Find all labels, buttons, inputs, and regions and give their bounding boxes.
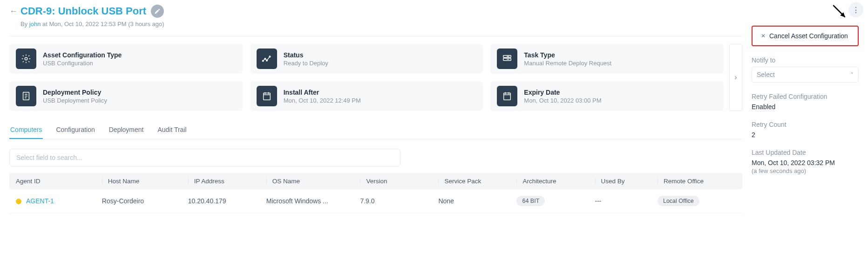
- svg-rect-9: [504, 93, 511, 100]
- card-label: Status: [284, 51, 328, 59]
- close-icon: ✕: [761, 33, 766, 39]
- annotation-arrow: [831, 4, 849, 24]
- card-value: USB Configuration: [43, 60, 122, 67]
- column-header[interactable]: Version: [360, 178, 438, 185]
- column-header[interactable]: IP Address: [188, 178, 266, 185]
- tab-computers[interactable]: Computers: [9, 121, 43, 139]
- column-header[interactable]: Service Pack: [438, 178, 516, 185]
- cal-icon: [257, 86, 277, 106]
- chevron-down-icon: ˅: [851, 72, 854, 78]
- card-value: Mon, Oct 10, 2022 03:00 PM: [524, 97, 601, 104]
- search-input[interactable]: [9, 149, 400, 166]
- used-by: ---: [595, 197, 658, 205]
- table-row: AGENT-1Rosy-Cordeiro10.20.40.179Microsof…: [9, 189, 742, 213]
- doc-icon: [16, 86, 36, 106]
- card-label: Task Type: [524, 51, 611, 59]
- svg-line-10: [834, 6, 845, 17]
- host-name: Rosy-Cordeiro: [102, 197, 188, 205]
- last-updated-label: Last Updated Date: [752, 149, 859, 156]
- pencil-icon: [154, 8, 161, 14]
- summary-card: Deployment PolicyUSB Deployment Policy: [9, 81, 243, 111]
- column-header[interactable]: Host Name: [102, 178, 188, 185]
- agent-id-link[interactable]: AGENT-1: [26, 197, 54, 205]
- author-link[interactable]: john: [29, 21, 41, 28]
- remote-office-chip: Local Office: [658, 196, 699, 206]
- gear-icon: [16, 48, 36, 69]
- graph-icon: [257, 48, 277, 69]
- summary-card: Task TypeManual Remote Deploy Request: [490, 44, 724, 74]
- svg-point-4: [269, 56, 271, 57]
- cal-icon: [497, 86, 517, 106]
- server-icon: [497, 48, 517, 69]
- card-value: Ready to Deploy: [284, 60, 328, 67]
- edit-button[interactable]: [151, 5, 164, 18]
- card-label: Install After: [284, 89, 361, 96]
- retry-count-value: 2: [752, 131, 859, 138]
- card-label: Expiry Date: [524, 89, 601, 96]
- notify-to-select[interactable]: Select ˅: [752, 67, 859, 83]
- byline: By john at Mon, Oct 10, 2022 12:53 PM (3…: [20, 21, 742, 28]
- version: 7.9.0: [360, 197, 438, 205]
- column-header[interactable]: Agent ID: [16, 178, 102, 185]
- ip-address: 10.20.40.179: [188, 197, 266, 205]
- summary-card: StatusReady to Deploy: [250, 44, 483, 74]
- card-value: USB Deployment Policy: [43, 97, 107, 104]
- svg-rect-8: [263, 93, 270, 100]
- summary-card: Expiry DateMon, Oct 10, 2022 03:00 PM: [490, 81, 724, 111]
- tab-deployment[interactable]: Deployment: [108, 121, 145, 139]
- status-dot-icon: [16, 199, 21, 204]
- tab-audit-trail[interactable]: Audit Trail: [156, 121, 187, 139]
- notify-to-label: Notify to: [752, 56, 859, 64]
- more-vertical-icon: ⋮: [852, 6, 860, 14]
- last-updated-value: Mon, Oct 10, 2022 03:32 PM: [752, 159, 859, 166]
- retry-count-label: Retry Count: [752, 121, 859, 128]
- column-header[interactable]: OS Name: [266, 178, 360, 185]
- card-label: Asset Configuration Type: [43, 51, 122, 59]
- column-header[interactable]: Remote Office: [658, 178, 736, 185]
- summary-card: Asset Configuration TypeUSB Configuratio…: [9, 44, 243, 74]
- more-actions-button[interactable]: ⋮: [848, 2, 863, 17]
- svg-marker-11: [841, 13, 845, 17]
- cards-scroll-right-button[interactable]: ›: [729, 44, 742, 111]
- cancel-asset-configuration-button[interactable]: ✕ Cancel Asset Configuration: [752, 26, 859, 46]
- svg-point-0: [25, 57, 27, 60]
- retry-failed-label: Retry Failed Configuration: [752, 93, 859, 100]
- column-header[interactable]: Architecture: [516, 178, 595, 185]
- chevron-right-icon: ›: [734, 73, 737, 82]
- back-arrow[interactable]: ←: [9, 7, 18, 16]
- last-updated-subtext: (a few seconds ago): [752, 167, 859, 174]
- architecture-chip: 64 BIT: [516, 196, 545, 206]
- summary-card: Install AfterMon, Oct 10, 2022 12:49 PM: [250, 81, 483, 111]
- os-name: Microsoft Windows ...: [266, 197, 360, 205]
- card-label: Deployment Policy: [43, 89, 107, 96]
- card-value: Mon, Oct 10, 2022 12:49 PM: [284, 97, 361, 104]
- page-title: CDR-9: Unblock USB Port: [20, 5, 146, 17]
- retry-failed-value: Enabled: [752, 103, 859, 111]
- tab-configuration[interactable]: Configuration: [55, 121, 95, 139]
- card-value: Manual Remote Deploy Request: [524, 60, 611, 67]
- column-header[interactable]: Used By: [595, 178, 658, 185]
- service-pack: None: [438, 197, 516, 205]
